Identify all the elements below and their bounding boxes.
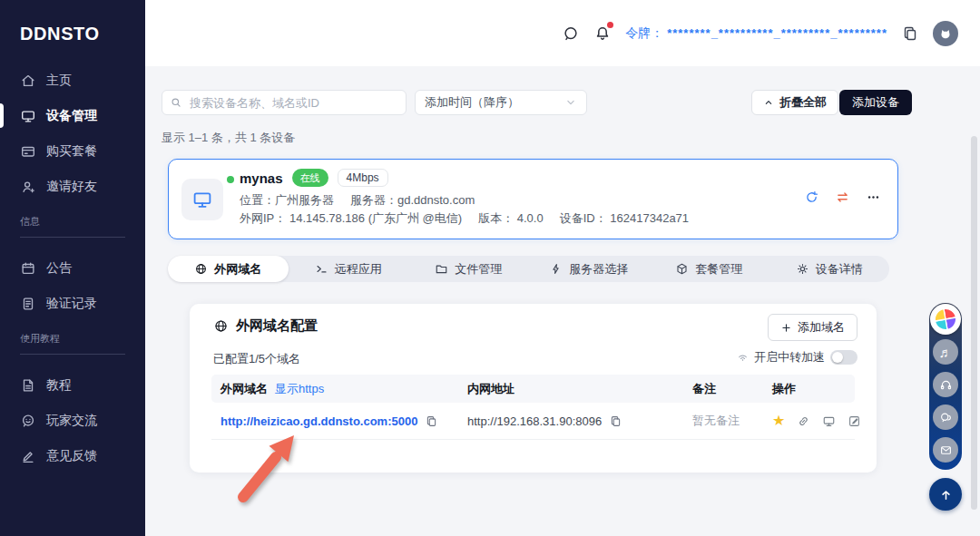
sidebar-item-plans[interactable]: 购买套餐 (0, 133, 145, 169)
show-https-link[interactable]: 显示https (275, 381, 324, 397)
chevron-up-icon (763, 97, 774, 108)
message-bubble-icon[interactable] (562, 24, 580, 43)
favorite-star-icon[interactable]: ★ (772, 414, 785, 428)
topbar: 令牌： ********_**********_*********_******… (145, 0, 980, 66)
douyin-icon[interactable]: ♬ (933, 339, 958, 365)
token-display[interactable]: 令牌： ********_**********_*********_******… (625, 25, 887, 42)
plus-icon (780, 322, 792, 334)
wifi-icon (737, 352, 749, 364)
page-scrollbar[interactable] (971, 136, 977, 510)
tab-wan-domain[interactable]: 外网域名 (168, 256, 289, 282)
gear-icon (796, 262, 809, 276)
sidebar-item-label: 教程 (46, 377, 72, 394)
device-name: mynas (240, 171, 283, 186)
sidebar-item-verification-log[interactable]: 验证记录 (0, 286, 145, 321)
bolt-icon (549, 262, 563, 276)
device-wan-ip: 14.145.78.186 (广东广州 @电信) (289, 211, 462, 225)
app-window: DDNSTO 主页 设备管理 购买套餐 邀请好友 信息 公告 (0, 0, 980, 536)
sort-select[interactable]: 添加时间（降序） (415, 90, 587, 115)
tab-remote-apps[interactable]: 远程应用 (289, 256, 409, 282)
col-domain: 外网域名 (220, 381, 268, 397)
folder-icon (435, 262, 448, 276)
link-icon[interactable] (797, 414, 810, 428)
user-avatar[interactable] (933, 21, 958, 46)
monitor-icon (20, 108, 36, 124)
transfer-icon[interactable] (835, 190, 850, 205)
online-status-dot (227, 176, 234, 183)
token-value: ********_**********_*********_********* (667, 26, 887, 40)
mail-icon[interactable] (933, 437, 958, 463)
edit-icon[interactable] (848, 414, 861, 428)
device-version: 4.0.0 (517, 211, 544, 225)
device-card[interactable]: mynas 在线 4Mbps 位置：广州服务器 服务器：gd.ddnsto.co… (168, 159, 898, 239)
device-id: 162417342a71 (610, 211, 689, 225)
device-tabs: 外网域名 远程应用 文件管理 服务器选择 套餐管理 设备详情 (168, 256, 889, 282)
notification-bell-icon[interactable] (593, 24, 612, 43)
collapse-all-button[interactable]: 折叠全部 (751, 90, 838, 115)
copy-token-icon[interactable] (901, 24, 919, 43)
sidebar-section-info: 信息 (20, 215, 125, 238)
copy-domain-icon[interactable] (425, 414, 438, 428)
chevron-down-icon (564, 96, 577, 109)
tab-file-manager[interactable]: 文件管理 (408, 256, 529, 282)
refresh-icon[interactable] (804, 190, 819, 205)
search-input[interactable] (188, 95, 398, 111)
sidebar-item-community[interactable]: 玩家交流 (0, 403, 145, 438)
domain-table: 外网域名 显示https 内网地址 备注 操作 http://heizicao.… (211, 375, 855, 440)
lan-address: http://192.168.31.90:8096 (467, 414, 602, 428)
sort-value: 添加时间（降序） (425, 94, 519, 111)
tab-plan-management[interactable]: 套餐管理 (649, 256, 769, 282)
colorful-pie-logo-icon[interactable] (930, 304, 961, 335)
tab-device-details[interactable]: 设备详情 (769, 256, 890, 282)
card-icon (20, 143, 36, 160)
sidebar-item-home[interactable]: 主页 (0, 63, 145, 98)
result-summary: 显示 1–1 条，共 1 条设备 (162, 130, 295, 146)
row-actions: ★ (763, 414, 861, 428)
col-remark: 备注 (692, 381, 716, 397)
document-icon (20, 377, 36, 394)
panel-title: 外网域名配置 (213, 317, 318, 335)
device-location-line: 位置：广州服务器 服务器：gd.ddnsto.com (240, 192, 475, 209)
content-area: 添加时间（降序） 折叠全部 添加设备 显示 1–1 条，共 1 条设备 myna… (145, 66, 980, 536)
package-icon (675, 262, 689, 276)
globe-icon (194, 262, 208, 276)
headset-support-icon[interactable] (933, 372, 958, 397)
notification-dot (607, 22, 613, 28)
chat-face-icon (20, 413, 36, 429)
add-device-button[interactable]: 添加设备 (839, 90, 912, 115)
pencil-icon (20, 448, 36, 464)
sidebar-section-tutorial: 使用教程 (20, 332, 125, 355)
tab-server-select[interactable]: 服务器选择 (529, 256, 650, 282)
sidebar-nav-info: 公告 验证记录 (0, 250, 145, 321)
screen-icon[interactable] (822, 414, 836, 428)
sidebar-item-tutorials[interactable]: 教程 (0, 367, 145, 403)
arrow-up-icon (938, 487, 954, 502)
back-to-top-button[interactable] (929, 478, 962, 511)
sidebar-item-devices[interactable]: 设备管理 (0, 98, 145, 133)
add-domain-button[interactable]: 添加域名 (768, 314, 858, 341)
device-location: 广州服务器 (275, 193, 334, 207)
device-server: gd.ddnsto.com (397, 193, 475, 207)
device-card-actions (804, 190, 881, 205)
sidebar-item-label: 验证记录 (46, 296, 97, 312)
col-lan: 内网地址 (467, 381, 514, 397)
sidebar-nav-main: 主页 设备管理 购买套餐 邀请好友 (0, 63, 145, 204)
sidebar-item-feedback[interactable]: 意见反馈 (0, 438, 145, 473)
sidebar-item-label: 购买套餐 (46, 143, 97, 160)
domain-link[interactable]: http://heizicao.gd.ddnsto.com:5000 (220, 414, 417, 428)
online-badge: 在线 (292, 169, 328, 187)
relay-toggle[interactable] (830, 350, 858, 365)
sidebar-item-invite[interactable]: 邀请好友 (0, 169, 145, 204)
device-monitor-icon (181, 179, 223, 220)
sidebar-item-label: 主页 (46, 73, 72, 89)
copy-lan-icon[interactable] (609, 414, 622, 428)
remark-text: 暂无备注 (692, 413, 740, 429)
globe-icon (213, 318, 229, 334)
sidebar-item-announcements[interactable]: 公告 (0, 250, 145, 286)
sidebar: DDNSTO 主页 设备管理 购买套餐 邀请好友 信息 公告 (0, 0, 145, 536)
more-options-icon[interactable] (866, 190, 881, 205)
brand-logo: DDNSTO (0, 0, 145, 44)
sidebar-nav-tutorial: 教程 玩家交流 意见反馈 (0, 367, 145, 473)
chat-group-icon[interactable] (933, 404, 958, 430)
sidebar-item-label: 意见反馈 (46, 448, 97, 464)
